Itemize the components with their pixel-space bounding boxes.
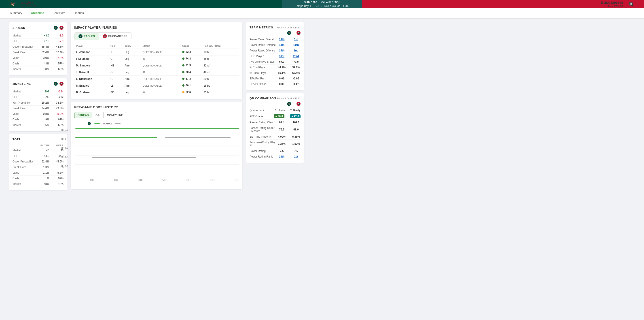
- injury-table-header: Player Pos Injury Status Grade Pos WAR R…: [74, 43, 239, 49]
- stat-home-val: 52.4%: [39, 51, 49, 54]
- metric-home-val: 15th: [277, 49, 286, 52]
- player-pos: HB: [109, 62, 123, 69]
- player-rank: 30th: [202, 76, 239, 82]
- qb-home-val: 75.7: [277, 128, 286, 131]
- total-under-val: 52.4%: [39, 160, 49, 163]
- grade-value: 67.3: [186, 77, 191, 80]
- qb-metric-label: Turnover-Worthy Play %: [250, 141, 277, 147]
- chart-label-5: TB -8.6 –: [61, 164, 70, 167]
- total-over-val: 42%: [54, 182, 64, 185]
- metric-values: 31st 23rd: [277, 55, 300, 58]
- moneyline-title: MONEYLINE 🦅 🏴‍☠️: [12, 82, 64, 86]
- tab-best-bets[interactable]: Best Bets: [52, 8, 66, 18]
- metric-away-val: 2nd: [292, 49, 300, 52]
- total-row: Cash 1% 99%: [12, 176, 64, 181]
- player-pos: ED: [109, 89, 123, 96]
- stat-home-val: 0.8%: [39, 112, 49, 116]
- metric-values: 15th 2nd: [277, 49, 300, 52]
- odds-tabs: SPREAD O/U MONEYLINE: [74, 112, 239, 118]
- stat-row: Break Even 24.4% 79.5%: [12, 106, 64, 111]
- grade-dot-icon: [182, 51, 184, 53]
- chart-bar-row-2: [75, 137, 239, 138]
- stat-home-val: 43%: [39, 62, 49, 65]
- x-label-5: 1/11: [186, 179, 190, 181]
- stat-home-val: +7.9: [39, 40, 49, 43]
- stat-away-val: -7.8%: [54, 56, 64, 60]
- metric-label: Power Rank: Overall: [250, 38, 277, 41]
- stat-row: Cash 43% 57%: [12, 61, 64, 67]
- metric-values: 0.01 -0.05: [277, 77, 300, 80]
- qb-rows: Quarterback J. Hurts T. Brady PFF Grade …: [250, 108, 300, 159]
- total-values: 44.9 44.9: [39, 154, 64, 158]
- team-tabs: 🦅 EAGLES 🏴‍☠️ BUCCANEERS: [74, 33, 132, 40]
- qb-grade-values: ● 80.8 ● 92.0: [274, 114, 300, 118]
- stat-away-val: 57%: [54, 62, 64, 65]
- metric-label: EPA Per Pass: [250, 83, 277, 86]
- metrics-bucs-logo: 🏴‍☠️: [296, 31, 300, 35]
- stat-away-val: 65%: [54, 124, 64, 127]
- stat-row: Value 3.0% -7.8%: [12, 55, 64, 61]
- metric-row: SOS Played 31st 23rd: [250, 54, 300, 59]
- grade-badge: 74.8: [182, 57, 191, 60]
- chart-label-4: TB -8.4 –: [61, 156, 70, 158]
- chart-bar-green-2: [75, 137, 157, 138]
- tab-lineups[interactable]: Lineups: [73, 8, 85, 18]
- grade-dot-icon: [182, 91, 184, 93]
- total-values: 52.4% 45.5%: [39, 160, 64, 163]
- odds-tab-moneyline[interactable]: MONEYLINE: [104, 112, 126, 118]
- x-label-1: 1/10: [90, 179, 94, 181]
- stat-home-val: 292: [39, 96, 49, 99]
- grade-value: 82.4: [186, 50, 191, 54]
- stat-away-val: 52.4%: [54, 51, 64, 54]
- total-col-headers: UNDER OVER: [12, 144, 64, 147]
- col-grade: Grade: [180, 43, 202, 49]
- metric-values: 0.06 0.17: [277, 83, 300, 86]
- qb-metric-label: Power Rating Rank: [250, 155, 277, 158]
- total-label: Cash: [12, 177, 19, 180]
- player-injury: Arm: [123, 62, 141, 69]
- home-team-record: 9-8 • ATS 8-8-1: [20, 5, 39, 8]
- tab-greenline[interactable]: Greenline: [30, 8, 45, 18]
- player-injury: Arm: [123, 76, 141, 82]
- total-rows: Market 46 46 PFF 44.9 44.9 Cover Probabi…: [12, 148, 64, 187]
- tab-summary[interactable]: Summary: [9, 8, 23, 18]
- stat-values: 308 -394: [39, 90, 64, 93]
- legend-green-line: [94, 123, 100, 124]
- game-details: SUN 1/16 Kickoff 1:00p Tampa Bay, FL 73 …: [296, 1, 349, 8]
- legend-gray-line: [115, 123, 120, 124]
- metrics-team-logos: 🦅 🏴‍☠️: [250, 31, 300, 35]
- qb-row: Power Rating 2.5 7.5: [250, 148, 300, 154]
- total-label: PFF: [12, 154, 18, 158]
- total-label: Cover Probability: [12, 160, 33, 163]
- chart-label-1: TB -7.8 –: [61, 129, 70, 131]
- injury-row: B. Graham ED Leg IR 62.6 85th: [74, 89, 239, 96]
- total-under-val: 51.3%: [39, 166, 49, 169]
- tab-eagles-injuries[interactable]: 🦅 EAGLES: [74, 33, 99, 40]
- stat-away-val: 62%: [54, 68, 64, 71]
- moneyline-logos: 🦅 🏴‍☠️: [54, 82, 64, 86]
- player-injury: Leg: [123, 69, 141, 76]
- tab-buccaneers-injuries[interactable]: 🏴‍☠️ BUCCANEERS: [99, 33, 131, 40]
- grade-value: 62.6: [186, 91, 191, 94]
- spread-title: SPREAD 🦅 🏴‍☠️: [12, 26, 64, 30]
- odds-tab-spread[interactable]: SPREAD: [74, 112, 92, 118]
- stat-values: 9% 91%: [39, 118, 64, 121]
- qb-home-val: 18th: [277, 155, 286, 158]
- buccaneers-logo: 🏴‍☠️: [627, 0, 635, 8]
- away-team-info: Buccaneers 13-4 • ATS 9-8: [600, 0, 624, 8]
- injury-row: L. Johnson T Leg QUESTIONABLE 82.4 10th: [74, 49, 239, 56]
- chart-row-4: TB -8.4 –: [75, 156, 239, 156]
- player-status: QUESTIONABLE: [141, 82, 181, 89]
- stat-away-val: -394: [54, 90, 64, 93]
- player-grade: 62.6: [180, 89, 202, 96]
- stat-label: Value: [12, 56, 19, 60]
- total-over-val: 46: [54, 149, 64, 152]
- legend-market-label: MARKET: [103, 122, 120, 125]
- odds-tab-ou[interactable]: O/U: [92, 112, 104, 118]
- stat-label: PFF: [12, 96, 18, 99]
- grade-badge: 70.4: [182, 71, 191, 74]
- odds-chart: TB -7.8 – TB -8 –: [74, 129, 239, 186]
- player-name: B. Graham: [74, 89, 109, 96]
- stat-values: 55.4% 44.6%: [39, 45, 64, 48]
- metric-home-val: 14th: [277, 44, 286, 47]
